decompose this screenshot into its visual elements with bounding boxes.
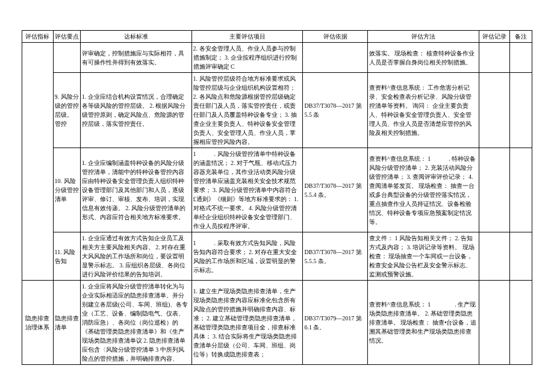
method-cell: 查资料^查信息系统： 1 . 特种设备风险分级管控清单； 2. 充装活动风险分级…	[367, 148, 479, 232]
method-cell: 查资料^查信息系统： 1 . 生产现场类隐患排查清单。 2. 基础管理类隐患排查…	[367, 281, 479, 365]
indicator-cell: 隐患排查治理体系	[22, 281, 54, 365]
table-row: 评审确定，控制措施应与实际相符，具有可操作性并得到有效落实。 2. 各安全管理人…	[22, 43, 532, 73]
record-cell	[479, 73, 510, 148]
project-cell: 1. 风险管控层级符合地方标准要求或风险管控层级与企业组织机构设置相符； 2. …	[191, 73, 303, 148]
col-header-keypoint: 评估要点	[53, 31, 80, 43]
basis-cell: DB37/T3078—2017 第 5.5.5 条。	[303, 232, 367, 281]
standard-cell: 1. 企业应通过有效方式告知企业员工及相关方主要风险相关内容。 2. 对存在重大…	[80, 232, 191, 281]
col-header-standard: 达标标准	[80, 31, 191, 43]
project-cell: 1. 建立生产现场类隐患排查清单，生产现场类隐患排查内容应标准化包含所有风险点的…	[191, 281, 303, 365]
keypoint-cell	[53, 43, 80, 73]
record-cell	[479, 281, 510, 365]
standard-cell: 评审确定，控制措施应与实际相符，具有可操作性并得到有效落实。	[80, 43, 191, 73]
keypoint-cell: 10. 风险分级管控清单	[53, 148, 80, 232]
table-header-row: 评估指标 评估要点 达标标准 主要评估项目 评估依据 评估方法 评估记录 备注	[22, 31, 532, 43]
table-row: 隐患排查治理体系 隐患排查清单 1. 企业应将风险分级管控清单转化为与企业实际相…	[22, 281, 532, 365]
table-row: 9. 风险分级的管控层级。 管控 1. 企业应结合机构设置情况，合理确定各等级风…	[22, 73, 532, 148]
assessment-table: 评估指标 评估要点 达标标准 主要评估项目 评估依据 评估方法 评估记录 备注 …	[22, 30, 532, 365]
project-cell: 2. 各安全管理人员、作业人员参与控制措施制定； 3. 企业按程序组织进行控制措…	[191, 43, 303, 73]
record-cell	[479, 43, 510, 73]
standard-cell: 1. 企业应将风险分级管控清单转化为与企业实际相适应的隐患排查清单。并分别建立各…	[80, 281, 191, 365]
table-row: 10. 风险分级管控清单 1. 企业应编制涵盖特种设备的风险分级管控清单，清能中…	[22, 148, 532, 232]
basis-cell: DB37/T3078—2017 第 5.5.4 条。	[303, 148, 367, 232]
method-cell: 查文件： 1 风险告知相关文件； 2. 告知方式及内容； 3. 培训记录等资料。…	[367, 232, 479, 281]
col-header-record: 评估记录	[479, 31, 510, 43]
basis-cell	[303, 43, 367, 73]
record-cell	[479, 232, 510, 281]
project-cell: 1 . 风险分级管控清单中特种设备的涵盖情况； 2. 对于气瓶、移动式压力容器充…	[191, 148, 303, 232]
keypoint-cell: 9. 风险分级的管控层级。 管控	[53, 73, 80, 148]
col-header-method: 评估方法	[367, 31, 479, 43]
basis-cell: DB37/T3079—2017 第 6.1 条。	[303, 281, 367, 365]
standard-cell: 1. 企业应编制涵盖特种设备的风险分级管控清单，清能中的特种设备管控内容应由特种…	[80, 148, 191, 232]
basis-cell: DB37/T3078—2017 第 5.5 条	[303, 73, 367, 148]
keypoint-cell: 隐患排查清单	[53, 281, 80, 365]
method-cell: 查资料^查信息系统： 工作危害分析记录、安全检查表分析记录、风险分级管控清单等资…	[367, 73, 479, 148]
indicator-cell	[22, 43, 54, 281]
col-header-indicator: 评估指标	[22, 31, 54, 43]
project-cell: 1 . 采取有效方式告知风险，风险告知内容符合要求； 2. 对存在重大安全风险的…	[191, 232, 303, 281]
remark-cell	[510, 148, 532, 232]
table-row: 11. 风险告知 1. 企业应通过有效方式告知企业员工及相关方主要风险相关内容。…	[22, 232, 532, 281]
remark-cell	[510, 43, 532, 73]
remark-cell	[510, 232, 532, 281]
standard-cell: 1. 企业应结合机构设置情况，合理确定各等级风险的管控层级。 2. 根据风险分级…	[80, 73, 191, 148]
remark-cell	[510, 281, 532, 365]
col-header-basis: 评估依据	[303, 31, 367, 43]
method-cell: 效落实。 现场检查： 核查特种设备作业人员是否掌握自身岗位相关控制措施。	[367, 43, 479, 73]
col-header-project: 主要评估项目	[191, 31, 303, 43]
keypoint-cell: 11. 风险告知	[53, 232, 80, 281]
remark-cell	[510, 73, 532, 148]
col-header-remark: 备注	[510, 31, 532, 43]
record-cell	[479, 148, 510, 232]
